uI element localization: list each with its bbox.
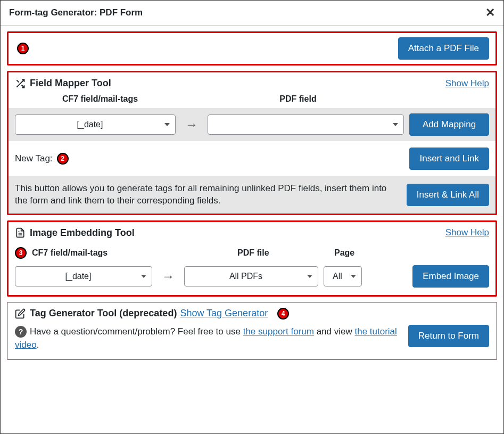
mapping-row: [_date] → Add Mapping xyxy=(9,108,495,141)
insert-link-all-button[interactable]: Insert & Link All xyxy=(407,184,489,206)
embed-row: [_date] → All PDFs All Embed Image xyxy=(15,263,489,290)
edit-icon xyxy=(15,308,26,319)
arrow-right-icon: → xyxy=(158,269,179,284)
embed-cf7-select[interactable]: [_date] xyxy=(15,266,152,286)
field-mapper-title: Field Mapper Tool xyxy=(15,78,111,89)
chevron-down-icon xyxy=(351,275,356,278)
embed-image-button[interactable]: Embed Image xyxy=(412,265,489,288)
tag-generator-title: Tag Generator Tool (deprecated) xyxy=(15,308,177,319)
dialog-header: Form-tag Generator: PDF Form ✕ xyxy=(1,1,503,26)
cf7-field-select[interactable]: [_date] xyxy=(15,114,176,135)
new-tag-label: New Tag: xyxy=(15,153,53,164)
dialog-title: Form-tag Generator: PDF Form xyxy=(9,7,143,18)
arrow-right-icon: → xyxy=(181,117,202,132)
embed-col-cf7: CF7 field/mail-tags xyxy=(32,248,168,258)
insert-and-link-button[interactable]: Insert and Link xyxy=(409,148,489,170)
col-header-cf7: CF7 field/mail-tags xyxy=(15,94,185,104)
annotation-badge-3: 3 xyxy=(15,247,27,259)
annotation-badge-4: 4 xyxy=(277,308,289,320)
dialog-content: 1 Attach a PDF File Field Mapper Tool Sh… xyxy=(1,26,503,371)
chevron-down-icon xyxy=(164,123,170,126)
help-text: ?Have a question/comment/problem? Feel f… xyxy=(15,325,398,352)
close-icon[interactable]: ✕ xyxy=(485,6,495,20)
support-forum-link[interactable]: the support forum xyxy=(243,326,314,337)
attach-pdf-section: 1 Attach a PDF File xyxy=(7,31,497,65)
question-icon: ? xyxy=(15,326,27,338)
insert-all-row: This button allows you to generate tags … xyxy=(9,176,495,214)
tag-generator-title-row: Tag Generator Tool (deprecated) Show Tag… xyxy=(15,308,489,320)
col-header-pdf: PDF field xyxy=(218,94,378,104)
chevron-down-icon xyxy=(307,275,312,278)
tag-generator-section: Tag Generator Tool (deprecated) Show Tag… xyxy=(7,302,497,360)
embed-col-page: Page xyxy=(334,248,377,258)
help-row: ?Have a question/comment/problem? Feel f… xyxy=(15,325,489,352)
shuffle-icon xyxy=(15,78,26,89)
embed-col-pdf-file: PDF file xyxy=(195,248,334,258)
field-mapper-section: Field Mapper Tool Show Help CF7 field/ma… xyxy=(7,71,497,215)
add-mapping-button[interactable]: Add Mapping xyxy=(409,113,489,136)
embed-pdf-file-select[interactable]: All PDFs xyxy=(184,266,318,286)
embed-column-headers: 3 CF7 field/mail-tags PDF file Page xyxy=(15,244,489,263)
insert-all-description: This button allows you to generate tags … xyxy=(15,183,396,207)
chevron-down-icon xyxy=(393,123,398,126)
annotation-badge-1: 1 xyxy=(17,43,29,54)
pdf-field-select[interactable] xyxy=(208,114,404,135)
return-to-form-button[interactable]: Return to Form xyxy=(408,325,489,347)
annotation-badge-2: 2 xyxy=(57,153,69,165)
image-embedding-title: Image Embedding Tool xyxy=(15,227,135,239)
chevron-down-icon xyxy=(141,275,146,278)
image-embedding-section: Image Embedding Tool Show Help 3 CF7 fie… xyxy=(7,220,497,297)
image-embedding-show-help-link[interactable]: Show Help xyxy=(445,227,489,238)
show-tag-generator-link[interactable]: Show Tag Generator xyxy=(180,308,268,319)
new-tag-row: New Tag: 2 Insert and Link xyxy=(9,141,495,176)
field-mapper-show-help-link[interactable]: Show Help xyxy=(445,78,489,89)
attach-pdf-button[interactable]: Attach a PDF File xyxy=(398,37,489,60)
embed-page-select[interactable]: All xyxy=(324,266,362,286)
document-icon xyxy=(15,227,26,238)
